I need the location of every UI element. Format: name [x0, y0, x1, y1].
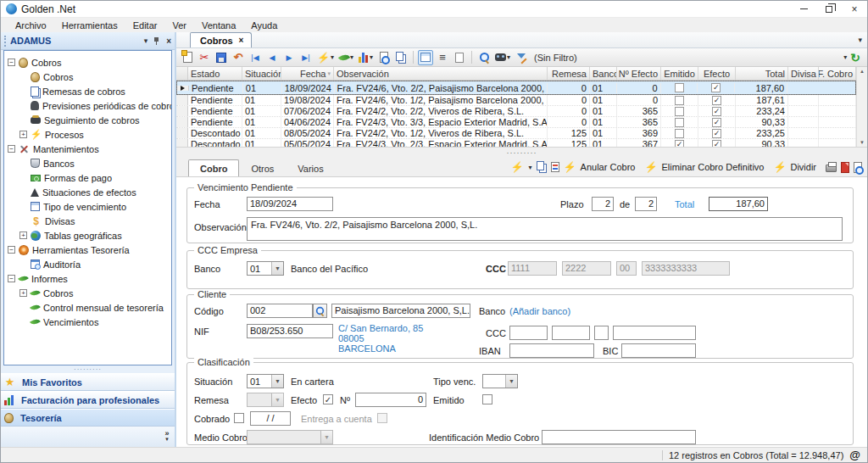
efecto-checkbox[interactable]: ✓	[712, 107, 721, 116]
menu-ventana[interactable]: Ventana	[194, 18, 243, 32]
copy-button[interactable]	[393, 50, 409, 65]
panel-overflow-button[interactable]: »▼	[164, 431, 170, 443]
table-row[interactable]: Pendiente0118/09/2024Fra. FV24/6, Vto. 2…	[176, 81, 856, 95]
collapse-icon[interactable]: −	[8, 145, 15, 153]
emitido-checkbox[interactable]	[675, 118, 684, 127]
column-header-observacion[interactable]: Observación	[334, 67, 548, 80]
efecto-checkbox[interactable]: ✓	[711, 83, 721, 92]
search-button[interactable]	[476, 50, 492, 65]
tree-item[interactable]: Control mensual de tesorería	[4, 300, 171, 315]
tree-item[interactable]: Formas de pago	[4, 170, 171, 185]
drag-handle-icon[interactable]	[4, 36, 7, 47]
tree-item[interactable]: Vencimientos	[4, 315, 171, 329]
fecha-cobro-field[interactable]: / /	[250, 411, 291, 426]
efecto-checkbox[interactable]: ✓	[712, 118, 721, 127]
column-header-emitido[interactable]: Emitido	[661, 67, 698, 80]
tab-cobros[interactable]: Cobros ×	[190, 32, 252, 47]
tree-item[interactable]: $Divisas	[4, 214, 171, 228]
pdf-icon[interactable]	[841, 162, 849, 173]
cliente-nombre-field[interactable]: Paisajismo Barcelona 2000, S,L.	[331, 304, 470, 318]
anular-cobro-button[interactable]: Anular Cobro	[581, 162, 636, 172]
tree-item[interactable]: +Cobros	[4, 286, 171, 300]
tipo-venc-select[interactable]: ▼	[482, 374, 518, 388]
plazo-de-field[interactable]: 2	[635, 197, 657, 211]
undo-button[interactable]: ↶	[231, 50, 246, 65]
tab-cobro[interactable]: Cobro	[188, 159, 239, 176]
cobrado-checkbox[interactable]	[234, 413, 244, 423]
cliente-ccc-oficina-field[interactable]	[552, 326, 590, 340]
tree-item[interactable]: −Cobros	[4, 55, 171, 70]
new-record-button[interactable]	[180, 50, 195, 65]
save-button[interactable]	[214, 50, 229, 65]
tree-item[interactable]: +Tablas geográficas	[4, 228, 171, 243]
plazo-field[interactable]: 2	[592, 197, 614, 211]
copy-icon[interactable]	[537, 161, 544, 170]
sidebar-panel-facturacion[interactable]: Facturación para profesionales	[1, 391, 175, 409]
reports-menu-button[interactable]: ▾	[337, 50, 355, 65]
id-medio-cobro-field[interactable]	[542, 430, 696, 444]
tree-item[interactable]: Cobros	[4, 70, 171, 84]
scroll-up-icon[interactable]: ▲	[860, 69, 865, 74]
toolbar-overflow-caret-icon[interactable]: ▾	[843, 53, 847, 61]
emitido-checkbox[interactable]	[675, 129, 684, 138]
column-header-total[interactable]: Total	[736, 67, 788, 80]
cliente-ccc-cuenta-field[interactable]	[613, 326, 696, 340]
scroll-down-icon[interactable]: ▼	[860, 140, 865, 145]
collapse-icon[interactable]: −	[8, 275, 15, 282]
eliminar-cobro-button[interactable]: Eliminar Cobro Definitivo	[661, 162, 764, 172]
column-header-divisa[interactable]: Divisa	[788, 67, 819, 80]
last-record-button[interactable]	[298, 50, 314, 65]
tree-item[interactable]: −Mantenimientos	[4, 142, 171, 156]
tree-item[interactable]: +⚡Procesos	[4, 127, 171, 142]
banco-select[interactable]: 01 ▼	[247, 261, 284, 276]
next-record-button[interactable]	[281, 50, 297, 65]
vertical-scrollbar[interactable]: ▲ ▼	[856, 67, 867, 147]
emitido-checkbox[interactable]: ✓	[675, 140, 684, 148]
first-record-button[interactable]	[248, 50, 263, 65]
tab-varios[interactable]: Varios	[286, 159, 335, 176]
menu-editar[interactable]: Editar	[125, 18, 165, 32]
observacion-field[interactable]: Fra. FV24/6, Vto. 2/2, Paisajismo Barcel…	[247, 217, 843, 241]
menu-herramientas[interactable]: Herramientas	[54, 18, 125, 32]
collapse-icon[interactable]: −	[8, 59, 15, 66]
tree-item[interactable]: Auditoría	[4, 257, 171, 271]
tree-item[interactable]: Previsiones periódicas de cobro	[4, 98, 171, 113]
situacion-select[interactable]: 01 ▼	[247, 374, 284, 388]
efecto-checkbox[interactable]: ✓	[323, 394, 333, 404]
efecto-checkbox[interactable]: ✓	[712, 96, 721, 105]
lightning-icon[interactable]: ⚡	[511, 161, 524, 173]
emitido-checkbox[interactable]	[675, 96, 684, 105]
emitido-checkbox[interactable]	[675, 107, 684, 116]
tab-otros[interactable]: Otros	[239, 159, 286, 176]
total-field[interactable]: 187,60	[709, 197, 768, 211]
tab-close-icon[interactable]: ×	[239, 36, 244, 45]
dividir-button[interactable]: Dividir	[790, 162, 816, 172]
bic-field[interactable]	[621, 343, 696, 358]
expand-icon[interactable]: +	[19, 289, 27, 297]
table-row[interactable]: Descontado0108/05/2024Fra. FV24/2, Vto. …	[176, 128, 856, 139]
chevron-down-icon[interactable]: ▾	[529, 164, 532, 171]
menu-ayuda[interactable]: Ayuda	[243, 18, 285, 32]
column-header-banco[interactable]: Banco	[590, 67, 617, 80]
codigo-search-button[interactable]	[313, 304, 327, 318]
menu-archivo[interactable]: Archivo	[8, 18, 54, 32]
efecto-checkbox[interactable]: ✓	[712, 129, 721, 138]
preview-icon[interactable]	[854, 162, 862, 173]
tree-item[interactable]: −Informes	[4, 271, 171, 286]
refresh-icon[interactable]: ↻	[850, 52, 860, 64]
tree-item[interactable]: Tipo de vencimiento	[4, 199, 171, 214]
sidebar-close-icon[interactable]: ×	[166, 36, 171, 46]
sidebar-panel-tesoreria[interactable]: Tesorería	[1, 409, 175, 427]
minimize-button[interactable]	[791, 1, 816, 17]
table-row[interactable]: Pendiente0104/06/2024Fra. FV24/3, Vto. 3…	[176, 117, 856, 128]
column-header-fecha[interactable]: Fecha▾	[281, 67, 334, 80]
blank-view-button[interactable]	[452, 50, 467, 65]
collapse-icon[interactable]: −	[8, 246, 15, 254]
column-header-remesa[interactable]: Remesa	[548, 67, 590, 80]
tree-item[interactable]: Situaciones de efectos	[4, 185, 171, 199]
efecto-checkbox[interactable]: ✓	[712, 140, 721, 148]
tree-item[interactable]: −Herramientas Tesorería	[4, 243, 171, 257]
sidebar-menu-caret-icon[interactable]: ▾	[144, 36, 148, 45]
iban-field[interactable]	[509, 343, 594, 358]
printer-icon[interactable]	[826, 165, 837, 172]
